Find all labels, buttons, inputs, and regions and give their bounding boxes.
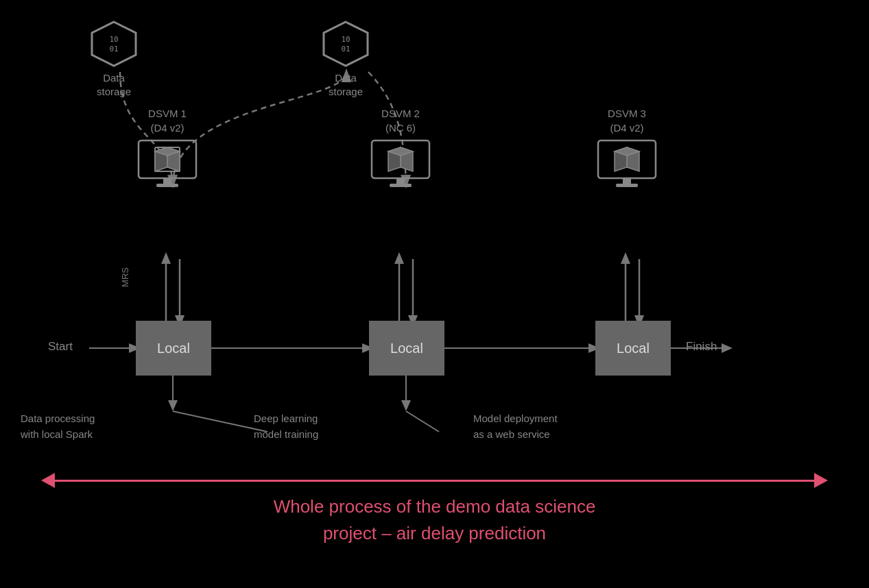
vert-up-arrow-vm3 <box>621 252 630 264</box>
svg-text:10: 10 <box>341 35 350 44</box>
monitor-3 <box>595 139 658 193</box>
monitor-2 <box>369 139 432 193</box>
svg-marker-4 <box>168 400 178 411</box>
step-desc-2: Deep learningmodel training <box>254 411 318 442</box>
storage-label-1: Datastorage <box>97 71 131 98</box>
storage-label-2: Datastorage <box>329 71 363 98</box>
arrow-step2-label <box>406 411 439 432</box>
local-box-1: Local <box>136 321 211 376</box>
vm-group-2: DSVM 2(NC 6) <box>369 106 432 193</box>
svg-rect-30 <box>616 184 638 187</box>
big-arrowhead-right <box>814 473 828 488</box>
big-arrow-row <box>41 473 828 488</box>
vm-label-2: DSVM 2(NC 6) <box>381 106 420 135</box>
big-arrowhead-left <box>41 473 55 488</box>
storage-group-1: 10 01 Datastorage <box>89 19 139 98</box>
local-box-3: Local <box>595 321 671 376</box>
svg-marker-6 <box>92 22 136 66</box>
vm-group-1: DSVM 1(D4 v2) <box>136 106 199 193</box>
step-desc-3: Model deploymentas a web service <box>473 411 558 442</box>
storage-group-2: 10 01 Datastorage <box>321 19 370 98</box>
svg-text:10: 10 <box>109 35 118 44</box>
svg-text:01: 01 <box>341 45 350 53</box>
finish-label: Finish <box>686 340 717 354</box>
local-label-1: Local <box>157 341 190 356</box>
svg-marker-9 <box>324 22 368 66</box>
start-label: Start <box>48 340 73 354</box>
svg-rect-24 <box>390 184 412 187</box>
whole-process-text: Whole process of the demo data science p… <box>0 493 869 547</box>
vert-up-arrow-vm1 <box>161 252 171 264</box>
svg-marker-3 <box>722 343 733 353</box>
svg-rect-29 <box>623 178 631 184</box>
svg-rect-23 <box>396 178 405 184</box>
local-label-2: Local <box>390 341 423 356</box>
svg-text:01: 01 <box>109 45 118 53</box>
local-label-3: Local <box>617 341 650 356</box>
storage-hexagon-1: 10 01 <box>89 19 139 69</box>
svg-rect-17 <box>163 178 171 184</box>
monitor-1 <box>136 139 199 193</box>
vm-label-1: DSVM 1(D4 v2) <box>148 106 187 135</box>
big-arrow-line <box>55 480 814 482</box>
svg-marker-5 <box>401 400 411 411</box>
step-desc-1: Data processingwith local Spark <box>21 411 95 442</box>
vm-group-3: DSVM 3(D4 v2) <box>595 106 658 193</box>
mrs-label: MRS <box>120 267 130 287</box>
local-box-2: Local <box>369 321 444 376</box>
diagram-container: 10 01 Datastorage 10 01 Datastorage DSVM… <box>0 0 869 588</box>
svg-rect-18 <box>156 184 178 187</box>
vert-up-arrow-vm2 <box>394 252 404 264</box>
vm-label-3: DSVM 3(D4 v2) <box>608 106 646 135</box>
storage-hexagon-2: 10 01 <box>321 19 370 69</box>
